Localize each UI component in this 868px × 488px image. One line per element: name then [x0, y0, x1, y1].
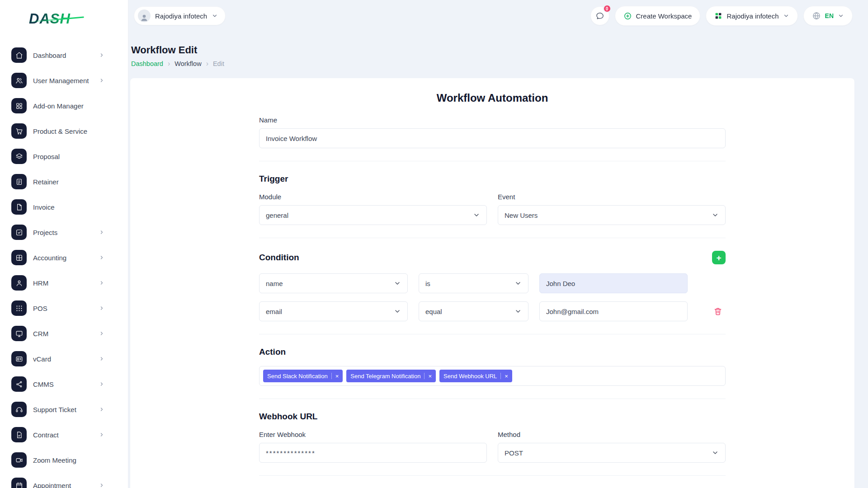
sidebar-item-label: CMMS: [33, 380, 54, 388]
action-heading: Action: [259, 347, 726, 357]
event-select[interactable]: New Users: [498, 205, 726, 225]
sidebar-item-projects[interactable]: Projects: [0, 220, 128, 245]
video-icon: [11, 452, 27, 468]
webhook-method-label: Method: [498, 431, 726, 438]
sidebar-item-hrm[interactable]: HRM: [0, 270, 128, 296]
workspace-name: Rajodiya infotech: [155, 12, 207, 20]
action-tag-label: Send Webhook URL: [443, 373, 497, 380]
webhook-url-label: Enter Webhook: [259, 431, 487, 438]
sidebar-item-label: Zoom Meeting: [33, 456, 76, 464]
tag-separator: [500, 373, 501, 379]
sidebar: DASH DashboardUser ManagementAdd-on Mana…: [0, 0, 128, 488]
company-menu-button[interactable]: Rajodiya infotech: [706, 6, 797, 26]
company-name: Rajodiya infotech: [726, 12, 778, 20]
vcard-icon: [11, 351, 27, 366]
support-icon: [11, 402, 27, 417]
breadcrumb-workflow[interactable]: Workflow: [175, 60, 201, 67]
sidebar-item-appointment[interactable]: Appointment: [0, 473, 128, 488]
sidebar-item-vcard[interactable]: vCard: [0, 346, 128, 371]
condition-value-input[interactable]: [539, 301, 688, 321]
sidebar-item-label: Contract: [33, 431, 59, 439]
condition-heading: Condition: [259, 253, 299, 263]
create-workspace-button[interactable]: Create Workspace: [615, 6, 701, 26]
sidebar-item-add-on-manager[interactable]: Add-on Manager: [0, 93, 128, 118]
chevron-down-icon: [838, 13, 844, 19]
chevron-right-icon: [99, 432, 104, 437]
messages-button[interactable]: 0: [590, 6, 609, 25]
cart-icon: [11, 123, 27, 139]
calendar-icon: [11, 478, 27, 488]
sidebar-item-label: CRM: [33, 330, 48, 338]
sidebar-item-zoom-meeting[interactable]: Zoom Meeting: [0, 447, 128, 473]
sidebar-item-contract[interactable]: Contract: [0, 422, 128, 447]
sidebar-item-user-management[interactable]: User Management: [0, 68, 128, 93]
breadcrumb-dashboard[interactable]: Dashboard: [131, 60, 163, 67]
remove-tag-icon[interactable]: ×: [335, 373, 339, 379]
language-code: EN: [825, 12, 834, 19]
sidebar-item-invoice[interactable]: Invoice: [0, 194, 128, 220]
sidebar-item-label: Retainer: [33, 178, 59, 186]
condition-operator-value: is: [425, 280, 430, 287]
condition-operator-select[interactable]: is: [419, 273, 528, 293]
condition-row: email equal: [259, 301, 726, 321]
sidebar-item-support-ticket[interactable]: Support Ticket: [0, 397, 128, 422]
sidebar-item-accounting[interactable]: Accounting: [0, 245, 128, 270]
condition-field-select[interactable]: name: [259, 273, 408, 293]
sidebar-item-crm[interactable]: CRM: [0, 321, 128, 346]
sidebar-item-label: User Management: [33, 77, 89, 84]
event-label: Event: [498, 193, 726, 201]
home-icon: [11, 47, 27, 63]
person-icon: [140, 13, 149, 22]
sidebar-item-product-service[interactable]: Product & Service: [0, 118, 128, 144]
sidebar-item-pos[interactable]: POS: [0, 296, 128, 321]
sidebar-item-label: Projects: [33, 229, 57, 236]
breadcrumb-separator: ›: [206, 60, 208, 67]
workspace-selector[interactable]: Rajodiya infotech: [134, 6, 226, 25]
remove-tag-icon[interactable]: ×: [428, 373, 432, 379]
sidebar-item-retainer[interactable]: Retainer: [0, 169, 128, 194]
remove-tag-icon[interactable]: ×: [505, 373, 508, 379]
sidebar-item-proposal[interactable]: Proposal: [0, 144, 128, 169]
chevron-right-icon: [99, 356, 104, 361]
module-select-value: general: [266, 211, 288, 219]
webhook-method-select[interactable]: POST: [498, 443, 726, 463]
condition-field-value: email: [266, 308, 282, 315]
delete-condition-button[interactable]: [710, 304, 726, 319]
module-select[interactable]: general: [259, 205, 487, 225]
page-title: Workflow Edit: [131, 44, 854, 56]
accounting-icon: [11, 250, 27, 265]
globe-icon: [812, 11, 821, 20]
cmms-icon: [11, 376, 27, 392]
action-tag-label: Send Slack Notification: [267, 373, 328, 380]
add-condition-button[interactable]: +: [712, 251, 726, 264]
app-logo[interactable]: DASH: [0, 0, 95, 29]
breadcrumb: Dashboard › Workflow › Edit: [131, 60, 854, 67]
workflow-name-input[interactable]: [259, 128, 726, 148]
sidebar-nav: DashboardUser ManagementAdd-on ManagerPr…: [0, 42, 128, 488]
condition-operator-select[interactable]: equal: [419, 301, 528, 321]
sidebar-item-label: Appointment: [33, 482, 71, 488]
webhook-url-input[interactable]: [259, 443, 487, 463]
breadcrumb-edit: Edit: [213, 60, 224, 67]
sidebar-item-label: Invoice: [33, 203, 55, 211]
action-tag-label: Send Telegram Notification: [350, 373, 420, 380]
chevron-down-icon: [394, 280, 401, 287]
sidebar-item-label: POS: [33, 305, 47, 312]
sidebar-item-cmms[interactable]: CMMS: [0, 371, 128, 397]
addon-icon: [11, 98, 27, 113]
condition-field-select[interactable]: email: [259, 301, 408, 321]
sidebar-item-label: HRM: [33, 279, 48, 287]
chevron-down-icon: [394, 308, 401, 315]
action-tag: Send Slack Notification ×: [263, 370, 343, 382]
chevron-down-icon: [514, 280, 522, 287]
condition-value-input[interactable]: [539, 273, 688, 293]
section-divider: [259, 475, 726, 476]
language-selector[interactable]: EN: [803, 6, 853, 26]
sidebar-item-dashboard[interactable]: Dashboard: [0, 42, 128, 68]
action-tags-field[interactable]: Send Slack Notification × Send Telegram …: [259, 366, 726, 386]
chevron-down-icon: [783, 13, 789, 19]
page-head: Workflow Edit Dashboard › Workflow › Edi…: [130, 32, 854, 67]
webhook-url-field: Enter Webhook: [259, 431, 487, 463]
trigger-heading: Trigger: [259, 174, 726, 184]
sidebar-item-label: Add-on Manager: [33, 102, 84, 110]
